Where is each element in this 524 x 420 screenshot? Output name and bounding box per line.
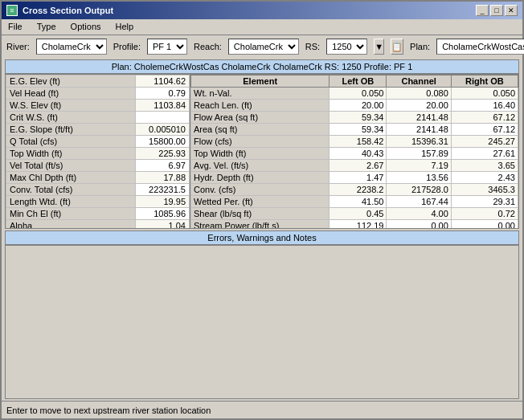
left-row-value: 17.88: [136, 172, 190, 184]
left-row-label: E.G. Elev (ft): [6, 75, 136, 88]
status-bar: Enter to move to next upstream river sta…: [2, 401, 522, 418]
left-row-value: 15800.00: [136, 136, 190, 148]
reach-select[interactable]: CholameCrk: [228, 39, 299, 55]
right-row-rightob: 67.12: [451, 112, 518, 124]
right-table-row: Stream Power (lb/ft s) 112.19 0.00 0.00: [191, 220, 518, 228]
left-table-row: Vel Total (ft/s) 6.97: [6, 160, 190, 172]
rs-label: RS:: [305, 42, 320, 51]
right-row-leftob: 59.34: [330, 124, 387, 136]
right-row-leftob: 2238.2: [330, 184, 387, 196]
left-table-row: Crit W.S. (ft): [6, 112, 190, 124]
right-row-label: Flow Area (sq ft): [191, 112, 330, 124]
right-col-header: Left OB: [330, 75, 387, 88]
right-row-label: Shear (lb/sq ft): [191, 208, 330, 220]
left-row-value: 1.04: [136, 220, 190, 228]
left-row-value: 1104.62: [136, 75, 190, 88]
right-row-label: Stream Power (lb/ft s): [191, 220, 330, 228]
left-table-row: E.G. Slope (ft/ft) 0.005010: [6, 124, 190, 136]
right-table-row: Avg. Vel. (ft/s) 2.67 7.19 3.65: [191, 160, 518, 172]
menu-type[interactable]: Type: [34, 21, 59, 33]
left-row-value: [136, 112, 190, 124]
left-row-value: 6.97: [136, 160, 190, 172]
right-table-row: Top Width (ft) 40.43 157.89 27.61: [191, 148, 518, 160]
menu-options[interactable]: Options: [68, 21, 104, 33]
left-row-label: E.G. Slope (ft/ft): [6, 124, 136, 136]
left-table-row: Conv. Total (cfs) 223231.5: [6, 184, 190, 196]
plan-label: Plan:: [410, 42, 430, 51]
errors-area: [5, 245, 519, 400]
right-row-rightob: 0.00: [451, 220, 518, 228]
right-col-header: Element: [191, 75, 330, 88]
left-row-value: 225.93: [136, 148, 190, 160]
right-row-rightob: 3465.3: [451, 184, 518, 196]
right-row-leftob: 0.45: [330, 208, 387, 220]
right-data-table: ElementLeft OBChannelRight OB Wt. n-Val.…: [190, 75, 518, 228]
left-row-label: Alpha: [6, 220, 136, 228]
right-row-label: Reach Len. (ft): [191, 100, 330, 112]
right-row-channel: 2141.48: [387, 112, 451, 124]
right-row-channel: 4.00: [387, 208, 451, 220]
left-row-value: 1103.84: [136, 100, 190, 112]
errors-bar: Errors, Warnings and Notes: [5, 230, 519, 245]
profile-select[interactable]: PF 1: [147, 39, 187, 55]
close-button[interactable]: ✕: [505, 5, 518, 16]
right-row-label: Wt. n-Val.: [191, 88, 330, 100]
left-table-row: Min Ch El (ft) 1085.96: [6, 208, 190, 220]
content-area: Plan: CholemeCrkWostCas CholameCrk Chola…: [2, 58, 522, 401]
right-row-channel: 7.19: [387, 160, 451, 172]
right-row-leftob: 1.47: [330, 172, 387, 184]
minimize-button[interactable]: _: [476, 5, 489, 16]
title-controls: _ □ ✕: [476, 5, 518, 16]
right-table-row: Shear (lb/sq ft) 0.45 4.00 0.72: [191, 208, 518, 220]
right-row-label: Avg. Vel. (ft/s): [191, 160, 330, 172]
right-row-leftob: 20.00: [330, 100, 387, 112]
left-data-table: E.G. Elev (ft) 1104.62 Vel Head (ft) 0.7…: [6, 75, 190, 228]
right-row-channel: 157.89: [387, 148, 451, 160]
left-row-label: Q Total (cfs): [6, 136, 136, 148]
left-row-value: 1085.96: [136, 208, 190, 220]
right-row-label: Flow (cfs): [191, 136, 330, 148]
left-table-row: Q Total (cfs) 15800.00: [6, 136, 190, 148]
right-table-row: Wt. n-Val. 0.050 0.080 0.050: [191, 88, 518, 100]
left-table-row: Length Wtd. (ft) 19.95: [6, 196, 190, 208]
right-row-channel: 13.56: [387, 172, 451, 184]
right-row-rightob: 67.12: [451, 124, 518, 136]
river-label: River:: [6, 42, 30, 51]
left-table-row: E.G. Elev (ft) 1104.62: [6, 75, 190, 88]
maximize-button[interactable]: □: [490, 5, 503, 16]
menu-file[interactable]: File: [5, 21, 26, 33]
right-row-label: Hydr. Depth (ft): [191, 172, 330, 184]
left-row-label: Top Width (ft): [6, 148, 136, 160]
right-row-leftob: 0.050: [330, 88, 387, 100]
plan-select[interactable]: CholameCrkWostCas: [436, 39, 524, 55]
menu-help[interactable]: Help: [113, 21, 137, 33]
window-title: Cross Section Output: [23, 6, 113, 15]
menu-bar: File Type Options Help: [2, 19, 522, 35]
right-row-leftob: 2.67: [330, 160, 387, 172]
river-select[interactable]: CholameCrk: [36, 39, 107, 55]
right-row-channel: 217528.0: [387, 184, 451, 196]
right-table-row: Flow Area (sq ft) 59.34 2141.48 67.12: [191, 112, 518, 124]
right-table: ElementLeft OBChannelRight OB Wt. n-Val.…: [190, 75, 518, 228]
right-row-rightob: 27.61: [451, 148, 518, 160]
right-row-label: Area (sq ft): [191, 124, 330, 136]
status-text: Enter to move to next upstream river sta…: [6, 406, 211, 415]
prev-rs-button[interactable]: ▼: [374, 39, 384, 55]
title-bar: ≡ Cross Section Output _ □ ✕: [2, 2, 522, 19]
right-row-leftob: 112.19: [330, 220, 387, 228]
left-row-label: W.S. Elev (ft): [6, 100, 136, 112]
toolbar-row1: River: CholameCrk Profile: PF 1 Reach: C…: [2, 35, 522, 58]
left-table-row: Vel Head (ft) 0.79: [6, 88, 190, 100]
left-row-label: Length Wtd. (ft): [6, 196, 136, 208]
left-table: E.G. Elev (ft) 1104.62 Vel Head (ft) 0.7…: [6, 75, 190, 228]
right-row-channel: 167.44: [387, 196, 451, 208]
left-table-row: Top Width (ft) 225.93: [6, 148, 190, 160]
right-table-row: Hydr. Depth (ft) 1.47 13.56 2.43: [191, 172, 518, 184]
right-table-row: Area (sq ft) 59.34 2141.48 67.12: [191, 124, 518, 136]
left-row-label: Vel Total (ft/s): [6, 160, 136, 172]
profile-label: Profile:: [113, 42, 141, 51]
left-row-label: Crit W.S. (ft): [6, 112, 136, 124]
right-row-leftob: 41.50: [330, 196, 387, 208]
rs-select[interactable]: 1250: [326, 39, 367, 55]
next-rs-button[interactable]: 📋: [391, 39, 403, 55]
